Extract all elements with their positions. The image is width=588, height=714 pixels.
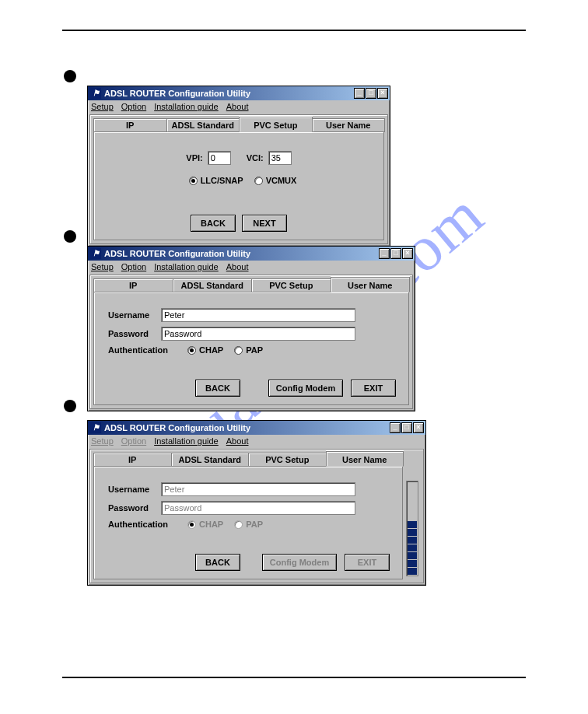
minimize-button[interactable]: _ xyxy=(354,88,365,99)
tab-strip: IP ADSL Standard PVC Setup User Name xyxy=(93,453,403,467)
maximize-button[interactable]: □ xyxy=(401,422,412,433)
radio-vcmux[interactable]: VCMUX xyxy=(254,176,297,185)
minimize-button[interactable]: _ xyxy=(379,248,390,259)
menu-option[interactable]: Option xyxy=(121,102,146,111)
window-config-progress: ⚑ ADSL ROUTER Configuration Utility _ □ … xyxy=(87,420,426,586)
top-rule xyxy=(62,30,526,31)
bullet-1 xyxy=(64,70,76,82)
password-label: Password xyxy=(102,329,161,338)
menu-setup[interactable]: Setup xyxy=(91,262,114,271)
app-icon: ⚑ xyxy=(90,422,101,433)
tab-user[interactable]: User Name xyxy=(326,451,404,467)
back-button[interactable]: BACK xyxy=(191,215,236,232)
password-input xyxy=(161,501,355,515)
bottom-rule xyxy=(62,677,526,678)
titlebar[interactable]: ⚑ ADSL ROUTER Configuration Utility _ □ … xyxy=(88,86,390,100)
password-label: Password xyxy=(102,503,161,513)
menu-option: Option xyxy=(121,436,146,446)
close-button[interactable]: × xyxy=(413,422,424,433)
back-button[interactable]: BACK xyxy=(195,380,240,397)
username-label: Username xyxy=(102,310,161,320)
window-title: ADSL ROUTER Configuration Utility xyxy=(104,249,250,258)
back-button[interactable]: BACK xyxy=(195,554,240,571)
window-user-name: ⚑ ADSL ROUTER Configuration Utility _ □ … xyxy=(87,246,415,411)
menu-guide[interactable]: Installation guide xyxy=(154,436,219,446)
app-icon: ⚑ xyxy=(90,248,101,259)
tab-pvc[interactable]: PVC Setup xyxy=(239,117,313,132)
bullet-3 xyxy=(64,400,76,412)
menu-setup[interactable]: Setup xyxy=(91,102,114,111)
exit-button: EXIT xyxy=(345,554,390,571)
vci-label: VCI: xyxy=(247,153,264,163)
vpi-input[interactable] xyxy=(208,151,231,165)
menu-about[interactable]: About xyxy=(226,436,249,446)
vci-input[interactable] xyxy=(268,151,292,165)
radio-pap: PAP xyxy=(234,520,263,529)
username-label: Username xyxy=(102,485,161,494)
tab-pvc[interactable]: PVC Setup xyxy=(248,453,327,467)
panel-pvc: VPI: VCI: LLC/SNAP VCMUX BACK NEXT xyxy=(93,132,384,240)
menu-guide[interactable]: Installation guide xyxy=(154,102,219,111)
tab-adsl[interactable]: ADSL Standard xyxy=(166,118,240,132)
radio-llcsnap[interactable]: LLC/SNAP xyxy=(189,176,243,185)
app-icon: ⚑ xyxy=(90,88,101,99)
menu-bar: Setup Option Installation guide About xyxy=(88,261,415,273)
progress-meter xyxy=(406,481,418,576)
auth-label: Authentication xyxy=(102,520,180,529)
tab-adsl[interactable]: ADSL Standard xyxy=(173,278,253,292)
auth-label: Authentication xyxy=(102,345,180,355)
menu-guide[interactable]: Installation guide xyxy=(154,262,219,271)
tab-user[interactable]: User Name xyxy=(312,118,386,132)
exit-button[interactable]: EXIT xyxy=(351,380,396,397)
vpi-label: VPI: xyxy=(186,153,202,163)
titlebar[interactable]: ⚑ ADSL ROUTER Configuration Utility _ □ … xyxy=(88,247,415,261)
bullet-2 xyxy=(64,230,76,243)
tab-strip: IP ADSL Standard PVC Setup User Name xyxy=(93,118,384,132)
minimize-button[interactable]: _ xyxy=(390,422,401,433)
maximize-button[interactable]: □ xyxy=(390,248,401,259)
titlebar[interactable]: ⚑ ADSL ROUTER Configuration Utility _ □ … xyxy=(88,421,425,435)
menu-about[interactable]: About xyxy=(226,262,249,271)
password-input[interactable] xyxy=(161,327,355,341)
username-input xyxy=(161,482,355,496)
menu-bar: Setup Option Installation guide About xyxy=(88,100,390,113)
username-input[interactable] xyxy=(161,308,355,322)
maximize-button[interactable]: □ xyxy=(366,88,376,99)
tab-ip[interactable]: IP xyxy=(93,278,173,292)
radio-chap[interactable]: CHAP xyxy=(187,345,223,355)
close-button[interactable]: × xyxy=(377,88,388,99)
tab-user[interactable]: User Name xyxy=(331,277,411,292)
menu-about[interactable]: About xyxy=(226,102,249,111)
tab-adsl[interactable]: ADSL Standard xyxy=(171,453,250,467)
window-title: ADSL ROUTER Configuration Utility xyxy=(104,423,250,432)
menu-setup: Setup xyxy=(91,436,114,446)
menu-option[interactable]: Option xyxy=(121,262,146,271)
tab-strip: IP ADSL Standard PVC Setup User Name xyxy=(93,278,409,292)
window-title: ADSL ROUTER Configuration Utility xyxy=(104,89,250,98)
close-button[interactable]: × xyxy=(402,248,413,259)
radio-chap: CHAP xyxy=(187,520,223,529)
tab-ip[interactable]: IP xyxy=(93,118,167,132)
tab-ip[interactable]: IP xyxy=(93,453,172,467)
tab-pvc[interactable]: PVC Setup xyxy=(251,278,331,292)
panel-user-disabled: Username Password Authentication CHAP PA… xyxy=(93,467,403,579)
config-modem-button[interactable]: Config Modem xyxy=(268,380,343,397)
window-pvc-setup: ⚑ ADSL ROUTER Configuration Utility _ □ … xyxy=(87,86,390,247)
config-modem-button: Config Modem xyxy=(262,554,337,571)
panel-user: Username Password Authentication CHAP PA… xyxy=(93,292,409,405)
next-button[interactable]: NEXT xyxy=(242,215,287,232)
radio-pap[interactable]: PAP xyxy=(234,345,263,355)
menu-bar: Setup Option Installation guide About xyxy=(88,435,425,447)
